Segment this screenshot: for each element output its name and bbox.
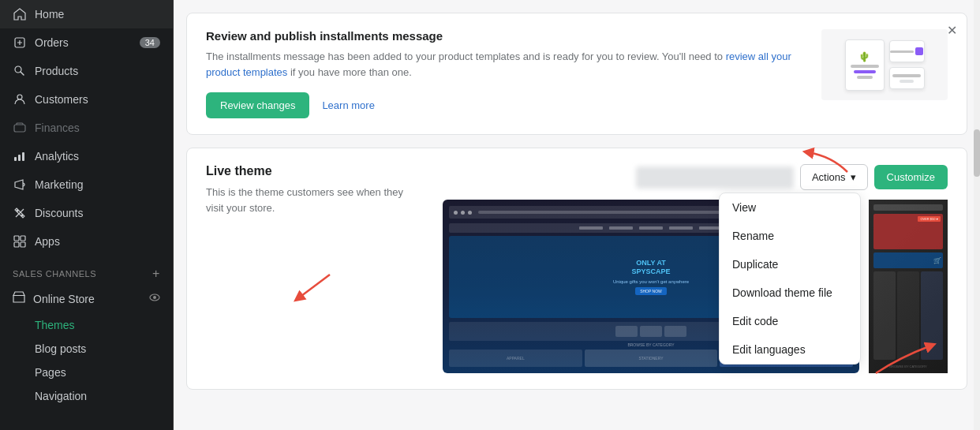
review-changes-button[interactable]: Review changes <box>206 92 309 118</box>
sidebar-item-marketing[interactable]: Marketing <box>0 170 173 199</box>
right-grid <box>873 271 943 360</box>
svg-rect-11 <box>14 242 19 247</box>
theme-name-blurred <box>636 166 794 189</box>
marketing-icon <box>13 178 27 192</box>
svg-rect-9 <box>14 236 19 241</box>
sidebar-item-discounts[interactable]: Discounts <box>0 199 173 227</box>
chevron-down-icon: ▾ <box>851 171 856 183</box>
right-cell-3 <box>921 271 943 360</box>
notif-card-3 <box>889 67 925 89</box>
eye-icon[interactable] <box>149 292 160 305</box>
dropdown-item-download[interactable]: Download theme file <box>720 279 860 307</box>
notif-card-line-2 <box>854 70 876 73</box>
sidebar-item-apps[interactable]: Apps <box>0 227 173 256</box>
dropdown-item-edit-languages[interactable]: Edit languages <box>720 335 860 364</box>
svg-rect-4 <box>14 157 17 161</box>
sidebar-item-discounts-label: Discounts <box>35 207 83 219</box>
sidebar-sub-item-navigation[interactable]: Navigation <box>0 384 173 408</box>
theme-previews: ONLY ATSPYSCAPE Unique gifts you won't g… <box>443 200 948 373</box>
dropdown-item-rename[interactable]: Rename <box>720 222 860 250</box>
preview-dot-2 <box>461 211 465 215</box>
notif-card-line-4 <box>890 50 914 53</box>
review-link[interactable]: review all your product templates <box>206 50 791 78</box>
sidebar-item-products[interactable]: Products <box>0 57 173 85</box>
sidebar-item-orders-label: Orders <box>35 36 69 49</box>
right-cell-1 <box>873 271 896 360</box>
sidebar-sub-item-pages[interactable]: Pages <box>0 361 173 384</box>
svg-rect-6 <box>22 152 24 161</box>
sidebar-item-finances[interactable]: Finances <box>0 114 173 142</box>
home-icon <box>13 7 27 21</box>
live-theme-section: Live theme This is the theme customers s… <box>186 148 967 390</box>
apps-icon <box>13 234 27 249</box>
sidebar-item-marketing-label: Marketing <box>35 178 83 191</box>
live-theme-description: This is the theme customers see when the… <box>206 185 411 215</box>
sidebar-item-home[interactable]: Home <box>0 0 173 28</box>
dropdown-item-view[interactable]: View <box>720 193 860 222</box>
live-theme-info: Live theme This is the theme customers s… <box>206 164 427 215</box>
notification-actions: Review changes Learn more <box>206 92 806 118</box>
preview-prod-2: STATIONERY <box>585 350 718 367</box>
sidebar-sub-item-themes[interactable]: Themes <box>0 313 173 337</box>
preview-menu-item-4 <box>669 226 693 230</box>
dropdown-item-duplicate[interactable]: Duplicate <box>720 250 860 279</box>
notif-card-line-1 <box>851 65 879 68</box>
preview-menu-item-3 <box>639 226 663 230</box>
orders-badge: 34 <box>140 37 160 48</box>
right-hero: OVER $50 ♥ <box>873 214 943 249</box>
finances-icon <box>13 121 27 135</box>
cat-block-2 <box>640 326 662 337</box>
actions-button[interactable]: Actions ▾ <box>800 164 868 190</box>
notif-card-icon-1: 🌵 <box>858 51 870 62</box>
preview-dot-3 <box>468 211 472 215</box>
cat-block-1 <box>615 326 638 337</box>
sidebar-item-home-label: Home <box>35 8 64 21</box>
live-theme-title: Live theme <box>206 164 411 178</box>
sidebar-sub-item-blog[interactable]: Blog posts <box>0 337 173 361</box>
notification-banner: Review and publish installments message … <box>186 13 967 135</box>
learn-more-button[interactable]: Learn more <box>322 99 374 111</box>
right-cart-icon-area: 🛒 <box>873 252 943 268</box>
scrollbar-thumb[interactable] <box>974 129 980 177</box>
notif-card-2 <box>889 40 925 62</box>
scrollbar-track[interactable] <box>974 0 980 430</box>
svg-rect-3 <box>14 125 25 132</box>
notif-accent-box <box>915 47 923 55</box>
notif-cards-right <box>889 40 925 89</box>
dropdown-item-edit-code[interactable]: Edit code <box>720 307 860 335</box>
add-channel-icon[interactable]: + <box>152 267 160 281</box>
store-icon <box>13 291 25 306</box>
orders-icon <box>13 36 27 50</box>
preview-hero-title: ONLY ATSPYSCAPE <box>631 259 670 276</box>
discounts-icon <box>13 206 27 220</box>
preview-menu-item-1 <box>579 226 603 230</box>
actions-area: Actions ▾ Customize View Rename <box>800 164 948 190</box>
svg-point-2 <box>17 95 22 99</box>
customize-button[interactable]: Customize <box>874 165 948 189</box>
right-badge: OVER $50 ♥ <box>918 216 941 222</box>
svg-rect-5 <box>18 155 21 161</box>
right-cart-icon: 🛒 <box>933 257 941 264</box>
right-strip-1 <box>873 204 943 211</box>
svg-rect-10 <box>21 236 25 241</box>
customers-icon <box>13 92 27 107</box>
notification-close-button[interactable]: ✕ <box>947 23 957 38</box>
sidebar-item-apps-label: Apps <box>35 235 60 248</box>
sidebar-item-analytics[interactable]: Analytics <box>0 142 173 170</box>
right-img-content: OVER $50 ♥ 🛒 BROWSE BY CATEGORY <box>869 200 948 373</box>
analytics-icon <box>13 149 27 163</box>
sidebar-item-online-store[interactable]: Online Store <box>0 284 173 313</box>
theme-right-preview: OVER $50 ♥ 🛒 BROWSE BY CATEGORY <box>869 200 948 373</box>
sidebar-item-orders[interactable]: Orders 34 <box>0 28 173 57</box>
right-category-label: BROWSE BY CATEGORY <box>873 365 943 368</box>
cat-block-3 <box>664 326 686 337</box>
sidebar-item-finances-label: Finances <box>35 122 80 134</box>
svg-rect-12 <box>21 242 25 247</box>
actions-dropdown: View Rename Duplicate Download theme fil… <box>719 193 861 365</box>
notification-image: 🌵 <box>821 29 948 100</box>
live-theme-row: Live theme This is the theme customers s… <box>187 148 967 389</box>
notif-card-1: 🌵 <box>845 39 885 91</box>
svg-point-14 <box>153 296 156 299</box>
sidebar-item-analytics-label: Analytics <box>35 150 79 163</box>
sidebar-item-customers[interactable]: Customers <box>0 85 173 114</box>
